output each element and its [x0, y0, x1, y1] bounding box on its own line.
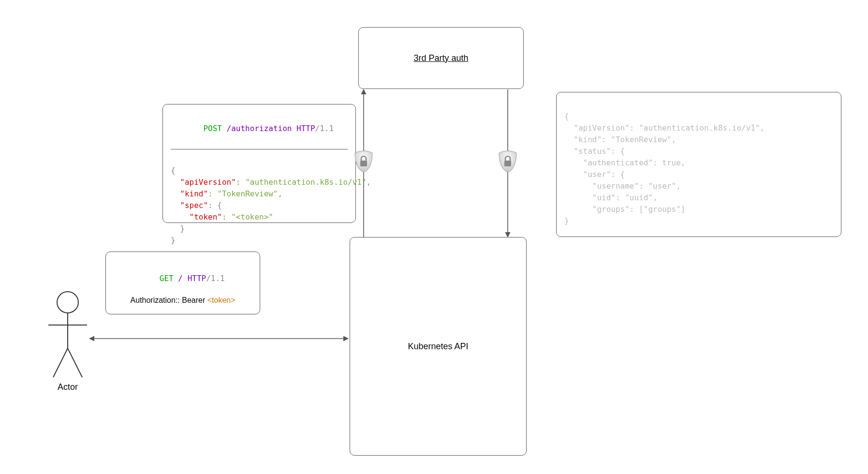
request-proto-ver: /1.1 [315, 124, 334, 133]
resp-l10: } [564, 216, 569, 225]
req-v-token: : "<token>" [222, 212, 273, 222]
third-party-auth-box: 3rd Party auth [358, 27, 524, 89]
svg-line-3 [53, 348, 68, 377]
get-auth-line: Authorization:: Bearer <token> [130, 296, 235, 305]
get-auth-token: <token> [207, 296, 235, 304]
actor-label: Actor [48, 382, 87, 392]
resp-l4: "status": { [564, 147, 625, 156]
lock-icon [353, 150, 374, 173]
request-divider [171, 149, 348, 149]
response-box: { "apiVersion": "authentication.k8s.io/v… [556, 92, 841, 237]
kubernetes-api-label: Kubernetes API [408, 341, 468, 352]
req-k-kind: "kind" [180, 189, 208, 198]
get-proto-ver: /1.1 [206, 274, 225, 283]
req-open: { [171, 166, 176, 175]
req-k-apiversion: "apiVersion" [180, 178, 236, 187]
req-spec-open: : { [208, 201, 222, 210]
request-path: /authorization [227, 124, 292, 133]
get-line1: GET / HTTP/1.1 [141, 261, 224, 296]
svg-line-4 [68, 348, 82, 377]
get-proto-name: HTTP [188, 274, 206, 283]
req-close-outer: } [171, 236, 176, 245]
req-v-apiversion: : "authentication.k8s.io/v1", [236, 178, 371, 187]
kubernetes-api-box: Kubernetes API [350, 237, 527, 456]
request-proto-name: HTTP [296, 124, 315, 133]
svg-rect-6 [504, 161, 511, 166]
resp-l9: "groups": ["groups"] [564, 205, 685, 214]
svg-rect-5 [360, 161, 367, 166]
request-body: { "apiVersion": "authentication.k8s.io/v… [171, 153, 348, 246]
req-k-spec: "spec" [180, 201, 208, 210]
resp-l1: { [564, 112, 569, 121]
get-path: / [178, 274, 183, 283]
request-method: POST [203, 124, 222, 133]
get-request-box: GET / HTTP/1.1 Authorization:: Bearer <t… [105, 252, 260, 314]
resp-l5: "authenticated": true, [564, 158, 685, 167]
get-method: GET [160, 274, 174, 283]
resp-l3: "kind": "TokenReview", [564, 135, 676, 144]
req-v-kind: : "TokenReview", [208, 189, 282, 198]
svg-point-0 [57, 292, 78, 313]
resp-l7: "username": "user", [564, 181, 681, 191]
resp-l6: "user": { [564, 170, 625, 179]
third-party-auth-label: 3rd Party auth [413, 53, 468, 63]
get-auth-label: Authorization:: Bearer [130, 296, 207, 304]
lock-icon [497, 150, 518, 173]
response-body: { "apiVersion": "authentication.k8s.io/v… [564, 99, 833, 227]
resp-l8: "uid": "uuid", [564, 193, 658, 202]
resp-l2: "apiVersion": "authentication.k8s.io/v1"… [564, 123, 765, 133]
request-box: POST /authorization HTTP/1.1 { "apiVersi… [162, 104, 356, 223]
actor-icon [48, 292, 87, 377]
req-k-token: "token" [190, 212, 222, 222]
req-close-inner: } [171, 224, 185, 233]
request-line: POST /authorization HTTP/1.1 [171, 111, 348, 146]
